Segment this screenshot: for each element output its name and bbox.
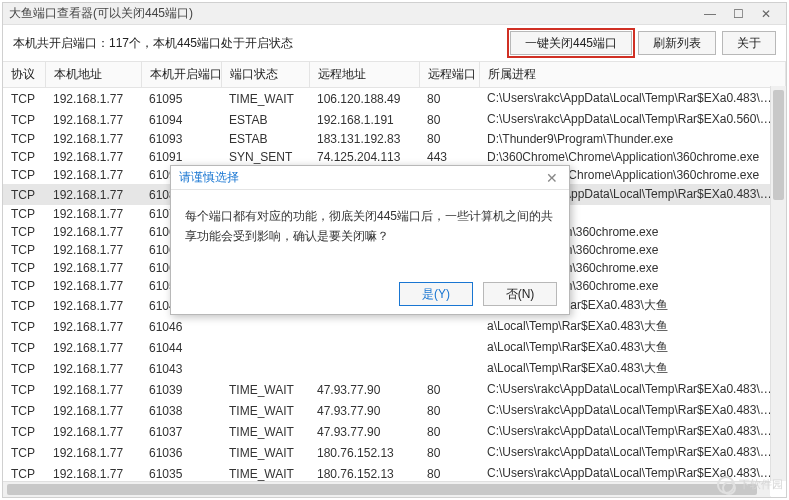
cell-local_addr: 192.168.1.77 <box>45 109 141 130</box>
cell-local_port: 61046 <box>141 316 221 337</box>
cell-port_state: SYN_SENT <box>221 148 309 166</box>
cell-port_state: TIME_WAIT <box>221 442 309 463</box>
table-row[interactable]: TCP192.168.1.7761091SYN_SENT74.125.204.1… <box>3 148 786 166</box>
cell-remote_addr: 47.93.77.90 <box>309 379 419 400</box>
table-row[interactable]: TCP192.168.1.7761046a\Local\Temp\Rar$EXa… <box>3 316 786 337</box>
cell-process: C:\Users\rakc\AppData\Local\Temp\Rar$EXa… <box>479 109 786 130</box>
cell-process: D:\360Chrome\Chrome\Application\360chrom… <box>479 148 786 166</box>
table-row[interactable]: TCP192.168.1.7761095TIME_WAIT106.120.188… <box>3 88 786 110</box>
col-port-state[interactable]: 端口状态 <box>221 62 309 88</box>
table-row[interactable]: TCP192.168.1.7761043a\Local\Temp\Rar$EXa… <box>3 358 786 379</box>
table-row[interactable]: TCP192.168.1.7761039TIME_WAIT47.93.77.90… <box>3 379 786 400</box>
cell-remote_port: 443 <box>419 148 479 166</box>
titlebar[interactable]: 大鱼端口查看器(可以关闭445端口) — ☐ ✕ <box>3 3 786 25</box>
col-remote-addr[interactable]: 远程地址 <box>309 62 419 88</box>
cell-local_port: 61039 <box>141 379 221 400</box>
cell-protocol: TCP <box>3 130 45 148</box>
refresh-button[interactable]: 刷新列表 <box>638 31 716 55</box>
cell-port_state: ESTAB <box>221 130 309 148</box>
vertical-scroll-thumb[interactable] <box>773 90 784 200</box>
dialog-title: 请谨慎选择 <box>179 169 239 186</box>
cell-local_port: 61036 <box>141 442 221 463</box>
cell-process: C:\Users\rakc\AppData\Local\Temp\Rar$EXa… <box>479 442 786 463</box>
horizontal-scrollbar[interactable] <box>3 481 770 497</box>
cell-port_state <box>221 316 309 337</box>
cell-port_state: TIME_WAIT <box>221 421 309 442</box>
table-row[interactable]: TCP192.168.1.7761036TIME_WAIT180.76.152.… <box>3 442 786 463</box>
cell-remote_addr: 180.76.152.13 <box>309 442 419 463</box>
cell-process: a\Local\Temp\Rar$EXa0.483\大鱼 <box>479 358 786 379</box>
cell-local_port: 61091 <box>141 148 221 166</box>
col-process[interactable]: 所属进程 <box>479 62 786 88</box>
cell-protocol: TCP <box>3 259 45 277</box>
cell-protocol: TCP <box>3 205 45 223</box>
cell-protocol: TCP <box>3 277 45 295</box>
cell-process: C:\Users\rakc\AppData\Local\Temp\Rar$EXa… <box>479 421 786 442</box>
vertical-scrollbar[interactable] <box>770 86 786 481</box>
cell-remote_addr: 47.93.77.90 <box>309 400 419 421</box>
cell-port_state: TIME_WAIT <box>221 88 309 110</box>
about-button[interactable]: 关于 <box>722 31 776 55</box>
cell-process: a\Local\Temp\Rar$EXa0.483\大鱼 <box>479 316 786 337</box>
cell-process: C:\Users\rakc\AppData\Local\Temp\Rar$EXa… <box>479 379 786 400</box>
cell-remote_port: 80 <box>419 442 479 463</box>
cell-local_port: 61094 <box>141 109 221 130</box>
cell-remote_addr: 106.120.188.49 <box>309 88 419 110</box>
cell-process: a\Local\Temp\Rar$EXa0.483\大鱼 <box>479 337 786 358</box>
cell-local_addr: 192.168.1.77 <box>45 337 141 358</box>
cell-protocol: TCP <box>3 442 45 463</box>
table-row[interactable]: TCP192.168.1.7761038TIME_WAIT47.93.77.90… <box>3 400 786 421</box>
cell-protocol: TCP <box>3 358 45 379</box>
cell-remote_port: 80 <box>419 109 479 130</box>
cell-process: D:\Thunder9\Program\Thunder.exe <box>479 130 786 148</box>
cell-local_addr: 192.168.1.77 <box>45 166 141 184</box>
cell-port_state: TIME_WAIT <box>221 379 309 400</box>
dialog-titlebar[interactable]: 请谨慎选择 ✕ <box>171 166 569 190</box>
cell-remote_addr: 192.168.1.191 <box>309 109 419 130</box>
cell-protocol: TCP <box>3 400 45 421</box>
minimize-icon[interactable]: — <box>696 5 724 23</box>
dialog-close-icon[interactable]: ✕ <box>543 170 561 186</box>
cell-local_port: 61093 <box>141 130 221 148</box>
no-button[interactable]: 否(N) <box>483 282 557 306</box>
col-remote-port[interactable]: 远程端口 <box>419 62 479 88</box>
maximize-icon[interactable]: ☐ <box>724 5 752 23</box>
cell-remote_addr <box>309 358 419 379</box>
toolbar: 本机共开启端口：117个，本机445端口处于开启状态 一键关闭445端口 刷新列… <box>3 25 786 61</box>
cell-remote_port: 80 <box>419 379 479 400</box>
table-row[interactable]: TCP192.168.1.7761094ESTAB192.168.1.19180… <box>3 109 786 130</box>
cell-remote_port <box>419 337 479 358</box>
confirm-dialog: 请谨慎选择 ✕ 每个端口都有对应的功能，彻底关闭445端口后，一些计算机之间的共… <box>170 165 570 315</box>
cell-port_state <box>221 337 309 358</box>
cell-local_port: 61038 <box>141 400 221 421</box>
cell-remote_port: 80 <box>419 88 479 110</box>
cell-protocol: TCP <box>3 316 45 337</box>
col-local-addr[interactable]: 本机地址 <box>45 62 141 88</box>
table-header-row[interactable]: 协议 本机地址 本机开启端口 端口状态 远程地址 远程端口 所属进程 <box>3 62 786 88</box>
close-icon[interactable]: ✕ <box>752 5 780 23</box>
cell-local_addr: 192.168.1.77 <box>45 130 141 148</box>
table-row[interactable]: TCP192.168.1.7761093ESTAB183.131.192.838… <box>3 130 786 148</box>
dialog-message: 每个端口都有对应的功能，彻底关闭445端口后，一些计算机之间的共享功能会受到影响… <box>171 190 569 274</box>
close-445-button[interactable]: 一键关闭445端口 <box>510 31 632 55</box>
cell-protocol: TCP <box>3 241 45 259</box>
cell-local_port: 61095 <box>141 88 221 110</box>
cell-port_state: ESTAB <box>221 109 309 130</box>
cell-remote_addr <box>309 337 419 358</box>
table-row[interactable]: TCP192.168.1.7761037TIME_WAIT47.93.77.90… <box>3 421 786 442</box>
cell-local_addr: 192.168.1.77 <box>45 184 141 205</box>
cell-protocol: TCP <box>3 421 45 442</box>
cell-remote_addr: 183.131.192.83 <box>309 130 419 148</box>
col-local-port[interactable]: 本机开启端口 <box>141 62 221 88</box>
cell-remote_port: 80 <box>419 130 479 148</box>
cell-remote_port: 80 <box>419 400 479 421</box>
horizontal-scroll-thumb[interactable] <box>7 484 757 495</box>
table-row[interactable]: TCP192.168.1.7761044a\Local\Temp\Rar$EXa… <box>3 337 786 358</box>
cell-local_addr: 192.168.1.77 <box>45 442 141 463</box>
cell-local_port: 61043 <box>141 358 221 379</box>
cell-remote_addr: 74.125.204.113 <box>309 148 419 166</box>
yes-button[interactable]: 是(Y) <box>399 282 473 306</box>
col-protocol[interactable]: 协议 <box>3 62 45 88</box>
cell-port_state <box>221 358 309 379</box>
cell-protocol: TCP <box>3 337 45 358</box>
